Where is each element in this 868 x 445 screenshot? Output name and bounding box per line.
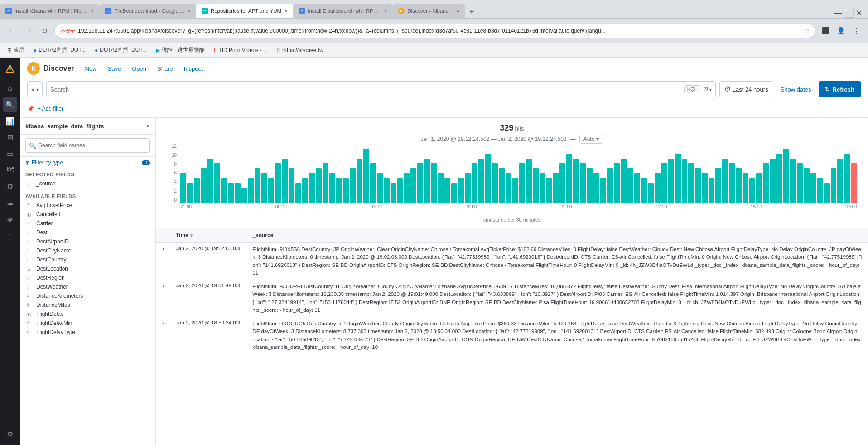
- chart-bar[interactable]: [343, 178, 349, 203]
- chart-bar[interactable]: [350, 168, 356, 203]
- nav-canvas[interactable]: ▭: [3, 146, 17, 161]
- chart-bar[interactable]: [506, 173, 511, 203]
- chart-bar[interactable]: [323, 163, 328, 203]
- chart-bar[interactable]: [559, 163, 565, 203]
- field-dest[interactable]: t Dest: [25, 228, 150, 237]
- chart-bar[interactable]: [424, 159, 430, 203]
- bookmark-apps[interactable]: ⊞ 应用: [4, 45, 28, 55]
- chart-bar[interactable]: [729, 163, 735, 203]
- tab-5[interactable]: K Discover - Kibana ×: [393, 4, 465, 18]
- field-destcountry[interactable]: t DestCountry: [25, 255, 150, 264]
- tab-3[interactable]: E Repositories for APT and YUM ×: [196, 4, 293, 18]
- show-dates-button[interactable]: Show dates: [777, 86, 815, 93]
- field-flightdelay[interactable]: ◐ FlightDelay: [25, 310, 150, 319]
- inspect-button[interactable]: Inspect: [180, 63, 207, 74]
- nav-infrastructure[interactable]: ☁: [3, 195, 17, 210]
- chart-bar[interactable]: [661, 163, 667, 203]
- chart-bar[interactable]: [370, 163, 376, 203]
- chart-bar[interactable]: [621, 159, 627, 203]
- chart-bar[interactable]: [540, 173, 545, 203]
- time-col-header[interactable]: Time ▾: [170, 228, 247, 242]
- chart-bar[interactable]: [404, 173, 410, 203]
- index-selector[interactable]: ≡ ▾: [27, 81, 43, 97]
- chart-bar[interactable]: [776, 154, 782, 203]
- chart-bar[interactable]: [851, 163, 857, 203]
- open-button[interactable]: Open: [128, 63, 150, 74]
- chart-bar[interactable]: [797, 163, 803, 203]
- chart-bar[interactable]: [526, 159, 532, 203]
- chart-bar[interactable]: [431, 163, 437, 203]
- chart-bar[interactable]: [268, 178, 274, 203]
- chart-bar[interactable]: [790, 159, 796, 203]
- chart-bar[interactable]: [736, 168, 742, 203]
- expand-button-3[interactable]: ›: [161, 319, 165, 327]
- chart-bar[interactable]: [241, 188, 247, 203]
- chart-bar[interactable]: [248, 178, 254, 203]
- chart-bar[interactable]: [533, 168, 539, 203]
- chart-bar[interactable]: [228, 183, 234, 203]
- back-button[interactable]: ←: [5, 24, 18, 37]
- chart-bar[interactable]: [614, 163, 620, 203]
- field-destairportid[interactable]: t DestAirportID: [25, 237, 150, 246]
- chart-bar[interactable]: [593, 173, 599, 203]
- source-col-header[interactable]: _source: [247, 228, 868, 242]
- chart-bar[interactable]: [763, 163, 769, 203]
- nav-maps[interactable]: 🗺: [3, 163, 17, 177]
- nav-ml[interactable]: ⚙: [3, 179, 17, 193]
- bookmark-dota1[interactable]: ● DOTA2直播_DOT...: [30, 45, 89, 55]
- chart-bar[interactable]: [580, 163, 586, 203]
- chart-bar[interactable]: [844, 154, 850, 203]
- chart-bar[interactable]: [194, 178, 200, 203]
- chart-bar[interactable]: [377, 173, 383, 203]
- nav-dashboard[interactable]: ⊞: [3, 130, 17, 145]
- chart-bar[interactable]: [472, 163, 477, 203]
- save-button[interactable]: Save: [104, 63, 125, 74]
- chart-bar[interactable]: [207, 159, 213, 203]
- chart-bar[interactable]: [221, 178, 227, 203]
- chart-bar[interactable]: [553, 173, 559, 203]
- chart-bar[interactable]: [235, 183, 241, 203]
- chart-bar[interactable]: [289, 168, 294, 203]
- tab-1[interactable]: E Install Kibana with RPM | Kiba... ×: [0, 4, 100, 18]
- field-destregion[interactable]: t DestRegion: [25, 273, 150, 282]
- search-input[interactable]: [50, 86, 681, 93]
- chart-bar[interactable]: [282, 159, 288, 203]
- chart-bar[interactable]: [722, 159, 728, 203]
- nav-home[interactable]: ⌂: [3, 81, 17, 96]
- chart-bar[interactable]: [573, 159, 579, 203]
- new-button[interactable]: New: [82, 63, 101, 74]
- chart-bar[interactable]: [634, 173, 640, 203]
- chart-bar[interactable]: [675, 154, 681, 203]
- window-maximize[interactable]: ⬜: [844, 8, 854, 18]
- chart-bar[interactable]: [600, 178, 606, 203]
- chart-bar[interactable]: [709, 178, 714, 203]
- chart-bar[interactable]: [587, 168, 593, 203]
- chart-bar[interactable]: [512, 178, 518, 203]
- chart-bar[interactable]: [492, 163, 498, 203]
- chart-bar[interactable]: [810, 173, 816, 203]
- bookmark-hdporn[interactable]: H HD Porn Videos - ...: [210, 46, 271, 54]
- nav-settings[interactable]: ⚙: [3, 427, 17, 441]
- field-distancekilometers[interactable]: # DistanceKilometers: [25, 291, 150, 300]
- tab-3-close[interactable]: ×: [284, 7, 288, 15]
- kibana-logo[interactable]: [3, 61, 17, 76]
- chart-bar[interactable]: [668, 159, 674, 203]
- chart-bar[interactable]: [817, 178, 823, 203]
- sidebar-close-button[interactable]: ×: [146, 122, 150, 130]
- nav-visualize[interactable]: 📊: [3, 114, 17, 128]
- share-button[interactable]: Share: [154, 63, 177, 74]
- field-destweather[interactable]: t DestWeather: [25, 282, 150, 291]
- chart-bar[interactable]: [329, 173, 335, 203]
- window-close[interactable]: ✕: [856, 8, 863, 18]
- bookmark-shopee[interactable]: S https://shopee.tw: [273, 46, 327, 54]
- chart-bar[interactable]: [499, 168, 505, 203]
- chart-bar[interactable]: [702, 173, 708, 203]
- field-flightdelaymin[interactable]: # FlightDelayMin: [25, 319, 150, 328]
- expand-button-1[interactable]: ›: [161, 245, 165, 253]
- new-tab-button[interactable]: +: [465, 5, 478, 18]
- profile-button[interactable]: 👤: [834, 24, 847, 37]
- nav-discover[interactable]: 🔍: [3, 97, 17, 112]
- chart-bar[interactable]: [187, 183, 193, 203]
- chart-bar[interactable]: [438, 173, 444, 203]
- kql-options[interactable]: ⏱ ▾: [703, 86, 712, 92]
